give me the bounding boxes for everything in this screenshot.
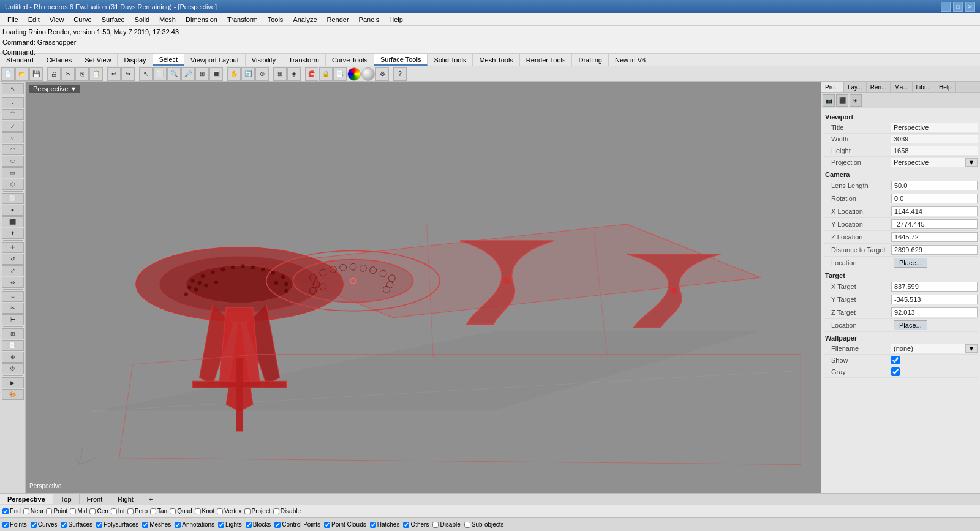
- rp-tab-5[interactable]: Help: [935, 82, 956, 92]
- history-lt[interactable]: ⏱: [2, 363, 24, 374]
- menu-item-dimension[interactable]: Dimension: [181, 15, 222, 24]
- zoom-out-icon[interactable]: 🔎: [181, 67, 195, 81]
- status-checkbox-meshes[interactable]: [142, 522, 148, 528]
- status-hatches[interactable]: Hatches: [370, 521, 400, 528]
- y-target-value[interactable]: -345.513: [891, 295, 978, 304]
- x-location-value[interactable]: 1144.414: [891, 206, 978, 216]
- minimize-button[interactable]: ─: [941, 2, 951, 12]
- snap-checkbox-near[interactable]: [23, 508, 29, 514]
- status-checkbox-surfaces[interactable]: [61, 522, 67, 528]
- menu-item-panels[interactable]: Panels: [354, 15, 385, 24]
- menu-item-mesh[interactable]: Mesh: [154, 15, 181, 24]
- snap-checkbox-vertex[interactable]: [217, 508, 223, 514]
- render-lt[interactable]: ▶: [2, 377, 24, 388]
- toolbar-tab-mesh-tools[interactable]: Mesh Tools: [473, 54, 519, 66]
- zoom-window-icon[interactable]: 🔳: [209, 67, 223, 81]
- snap-mid[interactable]: Mid: [70, 508, 87, 514]
- viewport-perspective-label[interactable]: Perspective ▼: [29, 85, 80, 93]
- open-icon[interactable]: 📂: [15, 67, 29, 81]
- snap-checkbox-knot[interactable]: [195, 508, 201, 514]
- grid-snap-lt[interactable]: ⊞: [2, 328, 24, 339]
- menu-item-edit[interactable]: Edit: [23, 15, 45, 24]
- y-location-value[interactable]: -2774.445: [891, 219, 978, 229]
- status-disable[interactable]: Disable: [432, 521, 460, 528]
- gray-checkbox[interactable]: [891, 367, 900, 376]
- box-tool[interactable]: ⬛: [2, 216, 24, 227]
- copy-icon[interactable]: ⎘: [75, 67, 89, 81]
- camera-icon[interactable]: 📷: [823, 94, 835, 107]
- viewport-area[interactable]: Perspective ▼: [26, 82, 821, 493]
- snap-quad[interactable]: Quad: [170, 508, 192, 514]
- layer-manager-lt[interactable]: 📑: [2, 340, 24, 351]
- menu-item-surface[interactable]: Surface: [97, 15, 130, 24]
- status-checkbox-blocks[interactable]: [246, 522, 252, 528]
- window-select-icon[interactable]: ⬜: [153, 67, 167, 81]
- snap-checkbox-cen[interactable]: [89, 508, 96, 514]
- toolbar-tab-display[interactable]: Display: [118, 54, 153, 66]
- rp-tab-3[interactable]: Ma...: [891, 82, 912, 92]
- zoom-extent-icon[interactable]: ⊞: [195, 67, 209, 81]
- snap-perp[interactable]: Perp: [127, 508, 148, 514]
- toolbar-tab-surface-tools[interactable]: Surface Tools: [374, 54, 428, 66]
- orbit-icon[interactable]: ⊙: [255, 67, 269, 81]
- toolbar-tab-set-view[interactable]: Set View: [78, 54, 118, 66]
- viewport-tab-top[interactable]: Top: [53, 494, 80, 504]
- save-icon[interactable]: 💾: [29, 67, 43, 81]
- status-blocks[interactable]: Blocks: [246, 521, 271, 528]
- status-sub-objects[interactable]: Sub-objects: [464, 521, 504, 528]
- toolbar-tab-transform[interactable]: Transform: [282, 54, 326, 66]
- status-points[interactable]: Points: [2, 521, 27, 528]
- polyline-tool[interactable]: ⟋: [2, 121, 24, 132]
- toolbar-tab-curve-tools[interactable]: Curve Tools: [326, 54, 374, 66]
- dist-to-target-value[interactable]: 2899.629: [891, 245, 978, 255]
- menu-item-help[interactable]: Help: [384, 15, 408, 24]
- trim-tool[interactable]: ✂: [2, 303, 24, 314]
- status-checkbox-hatches[interactable]: [370, 522, 376, 528]
- new-icon[interactable]: 📄: [1, 67, 15, 81]
- status-checkbox-points[interactable]: [2, 522, 9, 528]
- snap-checkbox-end[interactable]: [2, 508, 9, 514]
- ellipse-tool[interactable]: ⬭: [2, 156, 24, 167]
- rp-tab-2[interactable]: Ren...: [867, 82, 891, 92]
- toolbar-tab-drafting[interactable]: Drafting: [572, 54, 609, 66]
- menu-item-view[interactable]: View: [45, 15, 69, 24]
- toolbar-tab-viewport-layout[interactable]: Viewport Layout: [184, 54, 246, 66]
- select-icon[interactable]: ↖: [139, 67, 153, 81]
- menu-item-render[interactable]: Render: [322, 15, 354, 24]
- mirror-tool[interactable]: ⇔: [2, 277, 24, 288]
- snap-project[interactable]: Project: [244, 508, 271, 514]
- layer-icon[interactable]: 📑: [333, 67, 347, 81]
- rotate-icon[interactable]: 🔄: [241, 67, 255, 81]
- menu-item-solid[interactable]: Solid: [130, 15, 154, 24]
- lock-icon[interactable]: 🔒: [319, 67, 333, 81]
- redo-icon[interactable]: ↪: [121, 67, 135, 81]
- material-lt[interactable]: 🎨: [2, 389, 24, 400]
- help-icon[interactable]: ?: [393, 67, 407, 81]
- status-checkbox-polysurfaces[interactable]: [96, 522, 102, 528]
- snap-checkbox-int[interactable]: [111, 508, 117, 514]
- status-point-clouds[interactable]: Point Clouds: [324, 521, 366, 528]
- snap-icon[interactable]: 🧲: [305, 67, 318, 81]
- menu-item-tools[interactable]: Tools: [263, 15, 288, 24]
- show-checkbox[interactable]: [891, 356, 900, 364]
- x-target-value[interactable]: 837.599: [891, 282, 978, 292]
- target-place-button[interactable]: Place...: [894, 320, 927, 330]
- camera-place-button[interactable]: Place...: [894, 258, 927, 268]
- z-location-value[interactable]: 1645.72: [891, 232, 978, 242]
- z-target-value[interactable]: 92.013: [891, 307, 978, 317]
- add-viewport-button[interactable]: +: [141, 494, 160, 504]
- curve-tool[interactable]: ⌒: [2, 109, 24, 120]
- viewport-tab-perspective[interactable]: Perspective: [0, 494, 53, 504]
- fillet-tool[interactable]: ⌣: [2, 291, 24, 302]
- viewport-tab-right[interactable]: Right: [110, 494, 141, 504]
- scale-tool[interactable]: ⤢: [2, 265, 24, 276]
- toolbar-tab-select[interactable]: Select: [153, 54, 185, 66]
- snap-end[interactable]: End: [2, 508, 21, 514]
- snap-knot[interactable]: Knot: [195, 508, 215, 514]
- snap-tan[interactable]: Tan: [150, 508, 167, 514]
- rotate-tool[interactable]: ↺: [2, 254, 24, 265]
- status-checkbox-lights[interactable]: [218, 522, 224, 528]
- status-control-points[interactable]: Control Points: [274, 521, 320, 528]
- paste-icon[interactable]: 📋: [89, 67, 103, 81]
- filename-dropdown[interactable]: ▼: [965, 344, 978, 353]
